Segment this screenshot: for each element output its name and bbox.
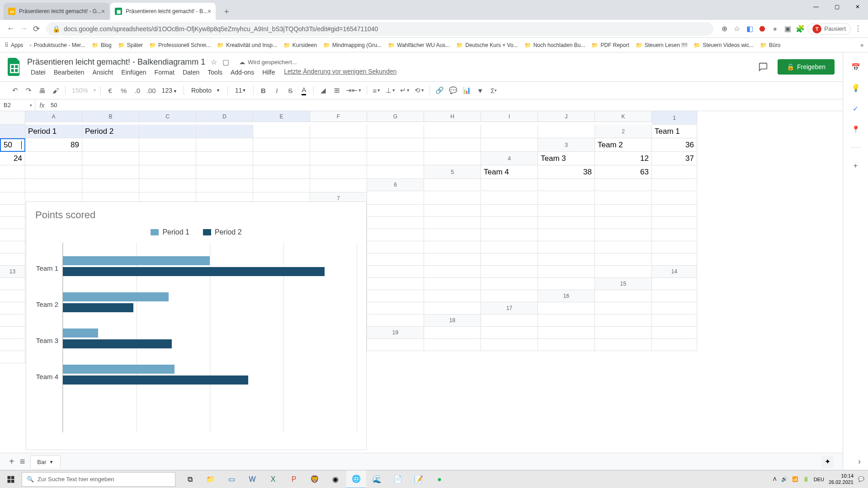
cell[interactable]	[481, 192, 538, 205]
name-box[interactable]: B2	[0, 99, 35, 111]
cell[interactable]	[367, 253, 424, 266]
ext3-icon[interactable]: ▣	[782, 23, 793, 34]
h-align-button[interactable]: ≡▼	[371, 84, 382, 96]
cell[interactable]	[538, 125, 595, 138]
ext-icon[interactable]: ⬣	[757, 23, 768, 34]
browser-tab-0[interactable]: ▭ Präsentieren leicht gemacht! - G... ×	[4, 3, 109, 20]
start-button[interactable]	[0, 470, 22, 488]
cell[interactable]	[595, 339, 652, 351]
cell[interactable]	[595, 217, 652, 229]
paint-format-button[interactable]: 🖌	[50, 84, 61, 96]
cell[interactable]	[367, 229, 424, 241]
cell[interactable]	[310, 138, 367, 152]
cell[interactable]	[367, 266, 424, 278]
edge-icon[interactable]: 🌊	[367, 470, 387, 488]
word-icon[interactable]: W	[242, 470, 262, 488]
active-cell-b2[interactable]: 50	[0, 138, 25, 152]
row-header[interactable]: 13	[0, 266, 25, 278]
cell[interactable]	[253, 152, 310, 165]
bookmark-item[interactable]: 📁Mindmapping (Gru...	[323, 42, 382, 48]
clock[interactable]: 10:14 26.02.2021	[829, 473, 854, 485]
cell[interactable]: 37	[652, 152, 697, 165]
sheets-logo-icon[interactable]	[5, 58, 24, 76]
cell[interactable]	[139, 125, 196, 138]
cell[interactable]	[538, 314, 595, 327]
row-header[interactable]: 3	[538, 138, 595, 152]
forward-button[interactable]: →	[17, 23, 30, 35]
link-button[interactable]: 🔗	[434, 84, 445, 96]
cell[interactable]	[538, 241, 595, 253]
calendar-icon[interactable]: 📅	[850, 61, 861, 72]
all-sheets-button[interactable]: ≡	[20, 456, 25, 467]
bookmark-item[interactable]: 📁Wahlfächer WU Aus...	[388, 42, 450, 48]
cell[interactable]	[367, 192, 424, 205]
font-select[interactable]: Roboto▼	[188, 87, 224, 94]
cell[interactable]	[424, 138, 481, 152]
cell[interactable]	[652, 205, 697, 217]
comment-button[interactable]: 💬	[447, 84, 459, 96]
cell[interactable]	[310, 179, 367, 192]
chrome-icon[interactable]: 🌐	[346, 470, 366, 488]
rotate-button[interactable]: ⟲▼	[413, 84, 426, 96]
menu-format[interactable]: Format	[151, 68, 178, 77]
row-header[interactable]: 17	[481, 302, 538, 314]
formula-input[interactable]: 50	[49, 102, 57, 108]
row-header[interactable]: 14	[652, 266, 697, 278]
merge-button[interactable]: ⇥⇤▼	[344, 84, 363, 96]
bookmark-item[interactable]: 📁Deutsche Kurs + Vo...	[456, 42, 518, 48]
cell[interactable]	[0, 278, 25, 290]
cell[interactable]: Period 2	[82, 125, 139, 138]
cell[interactable]	[538, 205, 595, 217]
cell[interactable]	[538, 266, 595, 278]
cell[interactable]	[595, 253, 652, 266]
cell[interactable]	[481, 253, 538, 266]
cell[interactable]	[595, 241, 652, 253]
menu-hilfe[interactable]: Hilfe	[259, 68, 278, 77]
menu-daten[interactable]: Daten	[179, 68, 203, 77]
row-header[interactable]: 1	[652, 111, 697, 125]
cell[interactable]	[652, 339, 697, 351]
cell[interactable]	[424, 290, 481, 302]
row-header[interactable]: 19	[367, 327, 424, 339]
v-align-button[interactable]: ⊥▼	[384, 84, 397, 96]
cell[interactable]	[367, 125, 424, 138]
sheet-tab-bar-active[interactable]: Bar▼	[30, 455, 60, 468]
cell[interactable]	[0, 339, 25, 351]
language-indicator[interactable]: DEU	[814, 477, 824, 482]
cell[interactable]	[0, 165, 25, 179]
strike-button[interactable]: S	[284, 84, 296, 96]
cell[interactable]	[595, 179, 652, 191]
close-tab-icon[interactable]: ×	[101, 8, 105, 15]
cell[interactable]	[310, 125, 367, 138]
cell[interactable]	[0, 314, 25, 327]
row-header[interactable]: 4	[481, 152, 538, 165]
bookmark-item[interactable]: 📁Büro	[760, 42, 780, 48]
taskbar-search[interactable]: 🔍Zur Suche Text hier eingeben	[22, 472, 175, 487]
cell[interactable]	[652, 229, 697, 241]
side-panel-toggle[interactable]: ›	[858, 457, 861, 466]
cell[interactable]	[139, 165, 196, 179]
cell[interactable]	[0, 302, 25, 314]
cell[interactable]	[424, 278, 481, 290]
cell[interactable]	[538, 327, 595, 339]
cell[interactable]: Team 4	[481, 165, 538, 179]
column-header[interactable]: D	[196, 111, 253, 122]
cell[interactable]	[253, 165, 310, 179]
cell[interactable]	[481, 327, 538, 339]
cell[interactable]: 38	[538, 165, 595, 179]
zoom-icon[interactable]: ⊕	[719, 23, 730, 34]
cell[interactable]	[595, 266, 652, 278]
menu-bearbeiten[interactable]: Bearbeiten	[50, 68, 88, 77]
cell[interactable]	[139, 179, 196, 192]
cell[interactable]: 36	[652, 138, 697, 152]
cell[interactable]	[424, 253, 481, 266]
cell[interactable]	[25, 165, 82, 179]
select-all-corner[interactable]	[0, 111, 25, 125]
borders-button[interactable]: ⊞	[331, 84, 343, 96]
cell[interactable]	[367, 205, 424, 217]
volume-icon[interactable]: 🔊	[781, 476, 788, 482]
cell[interactable]	[196, 179, 253, 192]
chart-button[interactable]: 📊	[461, 84, 472, 96]
extensions-icon[interactable]: 🧩	[795, 23, 806, 34]
cell[interactable]	[82, 152, 139, 165]
